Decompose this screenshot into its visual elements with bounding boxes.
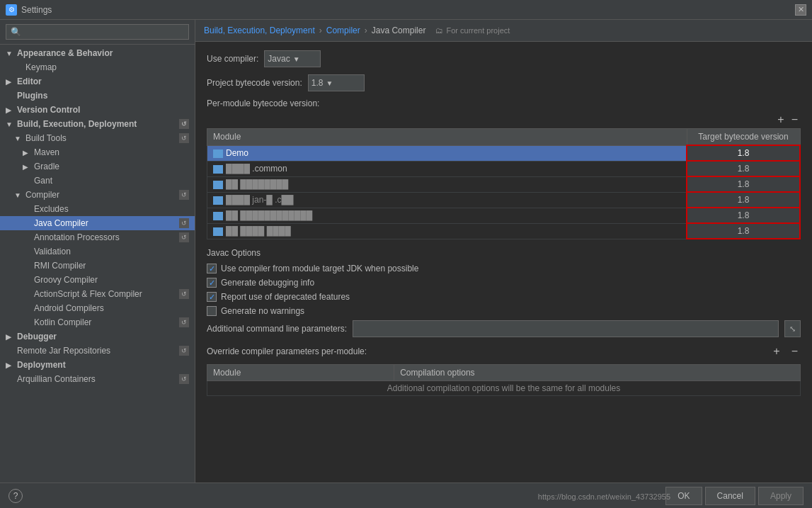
table-row[interactable]: ████ jan-█ .c██ 1.8 [207, 192, 801, 208]
breadcrumb-sep-2: › [365, 26, 367, 35]
bottom-left: ? [8, 489, 23, 503]
sidebar-item-groovy-compiler[interactable]: Groovy Compiler [0, 273, 195, 287]
sidebar-item-label: Remote Jar Repositories [17, 346, 110, 356]
sidebar-item-label: Maven [34, 147, 59, 157]
sidebar-item-excludes[interactable]: Excludes [0, 202, 195, 216]
checkbox-no-warnings[interactable] [207, 306, 217, 316]
checkbox-label-2: Generate debugging info [221, 278, 314, 288]
module-table: Module Target bytecode version Demo 1.8 … [207, 128, 801, 239]
breadcrumb-compiler[interactable]: Compiler [326, 26, 360, 35]
search-input[interactable] [6, 24, 189, 40]
help-button[interactable]: ? [8, 489, 23, 503]
arrow-icon: ▶ [6, 361, 14, 369]
override-module-header: Module [207, 365, 394, 381]
sync-icon: ↺ [179, 317, 189, 327]
sidebar-item-label: Build, Execution, Deployment [17, 119, 137, 129]
table-row[interactable]: ██ ████████████ 1.8 [207, 208, 801, 223]
settings-icon: ⚙ [6, 4, 17, 16]
sidebar-item-label: Appearance & Behavior [17, 48, 113, 58]
content-area: Build, Execution, Deployment › Compiler … [195, 20, 812, 482]
params-input[interactable] [353, 320, 779, 337]
sidebar-item-label: Deployment [17, 360, 66, 370]
params-row: Additional command line parameters: ⤡ [207, 320, 801, 337]
table-row[interactable]: ██ ████████ 1.8 [207, 176, 801, 192]
table-row[interactable]: ██ ████ ████ 1.8 [207, 223, 801, 239]
sync-icon: ↺ [179, 133, 189, 143]
sidebar-item-build-tools[interactable]: ▼ Build Tools ↺ [0, 131, 195, 145]
add-module-button[interactable]: + [774, 114, 787, 125]
title-bar: ⚙ Settings ✕ [0, 0, 812, 20]
compiler-select[interactable]: Javac ▼ [264, 50, 321, 67]
table-row[interactable]: Demo 1.8 [207, 145, 801, 161]
sync-icon: ↺ [179, 374, 189, 384]
close-button[interactable]: ✕ [795, 4, 806, 16]
params-expand-button[interactable]: ⤡ [784, 320, 801, 337]
sidebar-item-remote-jar[interactable]: Remote Jar Repositories ↺ [0, 344, 195, 358]
sync-icon: ↺ [179, 232, 189, 242]
sidebar-item-annotation-processors[interactable]: Annotation Processors ↺ [0, 230, 195, 244]
module-cell: ████ .common [207, 161, 687, 176]
sidebar-item-arquillian[interactable]: Arquillian Containers ↺ [0, 372, 195, 386]
checkbox-generate-debug[interactable] [207, 278, 217, 288]
sidebar-item-label: Arquillian Containers [17, 374, 96, 384]
add-override-button[interactable]: + [770, 346, 782, 357]
remove-module-button[interactable]: − [789, 114, 801, 125]
sidebar-item-label: Java Compiler [34, 218, 88, 228]
sidebar-item-actionscript[interactable]: ActionScript & Flex Compiler ↺ [0, 287, 195, 301]
sidebar-item-label: Validation [34, 247, 71, 256]
sidebar-item-android-compilers[interactable]: Android Compilers [0, 301, 195, 315]
ok-button[interactable]: OK [665, 487, 702, 505]
sidebar-item-label: Keymap [25, 62, 57, 72]
sidebar-item-label: Gradle [34, 162, 59, 171]
module-cell: Demo [207, 145, 687, 161]
cancel-button[interactable]: Cancel [705, 487, 755, 505]
breadcrumb-build[interactable]: Build, Execution, Deployment [204, 26, 315, 35]
sidebar-item-label: Version Control [17, 105, 80, 115]
sidebar-item-compiler[interactable]: ▼ Compiler ↺ [0, 188, 195, 202]
sidebar-item-build-exec[interactable]: ▼ Build, Execution, Deployment ↺ [0, 117, 195, 131]
breadcrumb-project: 🗂 For current project [435, 26, 510, 35]
breadcrumb-java-compiler: Java Compiler [372, 26, 426, 35]
sidebar-item-kotlin-compiler[interactable]: Kotlin Compiler ↺ [0, 315, 195, 329]
sidebar-item-label: Build Tools [25, 133, 67, 143]
sidebar-item-keymap[interactable]: Keymap [0, 60, 195, 74]
sidebar-item-label: Plugins [17, 91, 47, 101]
sidebar-item-plugins[interactable]: Plugins [0, 89, 195, 103]
sidebar-item-validation[interactable]: Validation [0, 244, 195, 259]
sidebar-item-label: Debugger [17, 332, 57, 342]
sidebar-item-rmi-compiler[interactable]: RMI Compiler [0, 259, 195, 273]
checkbox-report-deprecated[interactable] [207, 292, 217, 302]
compiler-value: Javac [268, 54, 290, 64]
arrow-icon: ▶ [23, 163, 31, 171]
sidebar-item-editor[interactable]: ▶ Editor [0, 74, 195, 89]
sidebar-item-debugger[interactable]: ▶ Debugger [0, 329, 195, 344]
apply-button[interactable]: Apply [758, 487, 804, 505]
checkbox-row-2: Generate debugging info [207, 278, 801, 288]
module-cell: ████ jan-█ .c██ [207, 192, 687, 208]
sidebar-item-deployment[interactable]: ▶ Deployment [0, 358, 195, 372]
table-row[interactable]: ████ .common 1.8 [207, 161, 801, 176]
checkbox-use-module-jdk[interactable] [207, 264, 217, 273]
checkbox-row-1: Use compiler from module target JDK when… [207, 264, 801, 273]
use-compiler-label: Use compiler: [207, 54, 258, 64]
bottom-right: OK Cancel Apply [665, 487, 804, 505]
sidebar-item-gradle[interactable]: ▶ Gradle [0, 159, 195, 174]
remove-override-button[interactable]: − [789, 346, 801, 357]
sidebar-item-gant[interactable]: Gant [0, 174, 195, 188]
version-cell: 1.8 [687, 145, 800, 161]
params-label: Additional command line parameters: [207, 324, 347, 334]
module-table-container: + − Module Target bytecode version Demo … [207, 114, 801, 239]
module-cell: ██ ████ ████ [207, 223, 687, 239]
override-options-header: Compilation options [394, 365, 801, 381]
override-section: Override compiler parameters per-module:… [207, 346, 801, 396]
sidebar-item-maven[interactable]: ▶ Maven [0, 145, 195, 159]
sync-icon: ↺ [179, 119, 189, 129]
sidebar-item-label: Groovy Compiler [34, 275, 98, 285]
arrow-icon: ▼ [6, 50, 14, 57]
bytecode-version-select[interactable]: 1.8 ▼ [308, 74, 365, 91]
sidebar-item-version-control[interactable]: ▶ Version Control [0, 103, 195, 117]
per-module-label: Per-module bytecode version: [207, 98, 801, 108]
sidebar-item-appearance[interactable]: ▼ Appearance & Behavior [0, 46, 195, 60]
sync-icon: ↺ [179, 190, 189, 200]
sidebar-item-java-compiler[interactable]: Java Compiler ↺ [0, 216, 195, 230]
